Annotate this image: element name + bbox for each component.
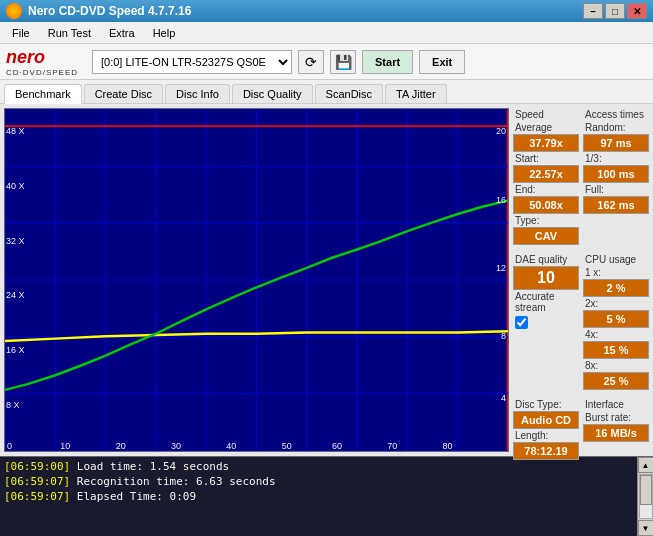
- logo-nero: nero: [6, 47, 45, 68]
- speed-access-row: Speed Average 37.79x Start: 22.57x End: …: [513, 108, 649, 245]
- cpu-2x-value: 5 %: [583, 310, 649, 328]
- disc-value: Audio CD: [513, 411, 579, 429]
- main-area: 0 10 20 30 40 50 60 70 80 48 X 40 X 32 X…: [0, 104, 653, 456]
- y-left-8x: 8 X: [6, 400, 20, 410]
- disc-label: Disc Type:: [513, 398, 579, 411]
- menu-run-test[interactable]: Run Test: [40, 25, 99, 41]
- y-left-40x: 40 X: [6, 181, 25, 191]
- close-button[interactable]: ✕: [627, 3, 647, 19]
- end-label: End:: [513, 183, 579, 196]
- right-panel: Speed Average 37.79x Start: 22.57x End: …: [513, 104, 653, 456]
- y-left-48x: 48 X: [6, 126, 25, 136]
- log-text-2: Elapsed Time: 0:09: [77, 490, 196, 503]
- disc-col: Disc Type: Audio CD Length: 78:12.19: [513, 398, 579, 460]
- tab-disc-quality[interactable]: Disc Quality: [232, 84, 313, 103]
- log-scrollbar: ▲ ▼: [637, 457, 653, 536]
- y-right-20: 20: [496, 126, 506, 136]
- cpu-label: CPU usage: [583, 253, 649, 266]
- access-col: Access times Random: 97 ms 1/3: 100 ms F…: [583, 108, 649, 245]
- tab-ta-jitter[interactable]: TA Jitter: [385, 84, 447, 103]
- cpu-8x-value: 25 %: [583, 372, 649, 390]
- y-right-16: 16: [496, 195, 506, 205]
- drive-select[interactable]: [0:0] LITE-ON LTR-52327S QS0E: [92, 50, 292, 74]
- maximize-button[interactable]: □: [605, 3, 625, 19]
- start-label: Start:: [513, 152, 579, 165]
- y-left-16x: 16 X: [6, 345, 25, 355]
- log-line-0: [06:59:00] Load time: 1.54 seconds: [4, 459, 633, 474]
- save-button[interactable]: 💾: [330, 50, 356, 74]
- tab-disc-info[interactable]: Disc Info: [165, 84, 230, 103]
- x-label-70: 70: [387, 441, 397, 451]
- app-icon: [6, 3, 22, 19]
- x-label-60: 60: [332, 441, 342, 451]
- tab-create-disc[interactable]: Create Disc: [84, 84, 163, 103]
- scroll-thumb[interactable]: [640, 475, 652, 505]
- length-label: Length:: [513, 429, 579, 442]
- log-content: [06:59:00] Load time: 1.54 seconds [06:5…: [0, 457, 637, 536]
- accurate-label: Accurate stream: [513, 290, 579, 314]
- menu-help[interactable]: Help: [145, 25, 184, 41]
- y-right-8: 8: [501, 331, 506, 341]
- x-label-0: 0: [7, 441, 12, 451]
- scroll-track[interactable]: [639, 474, 653, 519]
- interface-col: Interface Burst rate: 16 MB/s: [583, 398, 649, 460]
- x-label-30: 30: [171, 441, 181, 451]
- log-time-2: [06:59:07]: [4, 490, 70, 503]
- one-third-label: 1/3:: [583, 152, 649, 165]
- access-label: Access times: [583, 108, 649, 121]
- menubar: File Run Test Extra Help: [0, 22, 653, 44]
- end-value: 50.08x: [513, 196, 579, 214]
- logo-area: nero CD·DVD/SPEED: [6, 47, 78, 77]
- menu-file[interactable]: File: [4, 25, 38, 41]
- avg-label: Average: [513, 121, 579, 134]
- log-area: [06:59:00] Load time: 1.54 seconds [06:5…: [0, 456, 653, 536]
- log-line-1: [06:59:07] Recognition time: 6.63 second…: [4, 474, 633, 489]
- full-value: 162 ms: [583, 196, 649, 214]
- log-text-1: Recognition time: 6.63 seconds: [77, 475, 276, 488]
- titlebar-controls: – □ ✕: [583, 3, 647, 19]
- log-line-2: [06:59:07] Elapsed Time: 0:09: [4, 489, 633, 504]
- tab-benchmark[interactable]: Benchmark: [4, 84, 82, 104]
- burst-label: Burst rate:: [583, 411, 649, 424]
- refresh-button[interactable]: ⟳: [298, 50, 324, 74]
- cpu-1x-label: 1 x:: [583, 266, 649, 279]
- app-title: Nero CD-DVD Speed 4.7.7.16: [28, 4, 191, 18]
- start-button[interactable]: Start: [362, 50, 413, 74]
- tab-scandisc[interactable]: ScanDisc: [315, 84, 383, 103]
- exit-button[interactable]: Exit: [419, 50, 465, 74]
- cpu-1x-value: 2 %: [583, 279, 649, 297]
- minimize-button[interactable]: –: [583, 3, 603, 19]
- one-third-value: 100 ms: [583, 165, 649, 183]
- cpu-4x-value: 15 %: [583, 341, 649, 359]
- cpu-2x-label: 2x:: [583, 297, 649, 310]
- logo-subtitle: CD·DVD/SPEED: [6, 68, 78, 77]
- accurate-checkbox-row: [513, 314, 579, 331]
- menu-extra[interactable]: Extra: [101, 25, 143, 41]
- x-label-50: 50: [282, 441, 292, 451]
- accurate-checkbox[interactable]: [515, 316, 528, 329]
- random-label: Random:: [583, 121, 649, 134]
- scroll-down-button[interactable]: ▼: [638, 520, 654, 536]
- scroll-up-button[interactable]: ▲: [638, 457, 654, 473]
- x-label-40: 40: [226, 441, 236, 451]
- dae-label: DAE quality: [513, 253, 579, 266]
- random-value: 97 ms: [583, 134, 649, 152]
- cpu-4x-label: 4x:: [583, 328, 649, 341]
- x-label-10: 10: [60, 441, 70, 451]
- type-value: CAV: [513, 227, 579, 245]
- speed-col: Speed Average 37.79x Start: 22.57x End: …: [513, 108, 579, 245]
- titlebar-left: Nero CD-DVD Speed 4.7.7.16: [6, 3, 191, 19]
- y-left-24x: 24 X: [6, 290, 25, 300]
- chart-svg: [5, 109, 508, 451]
- cpu-col: CPU usage 1 x: 2 % 2x: 5 % 4x: 15 % 8x: …: [583, 253, 649, 390]
- type-label: Type:: [513, 214, 579, 227]
- cpu-8x-label: 8x:: [583, 359, 649, 372]
- y-left-32x: 32 X: [6, 236, 25, 246]
- log-text-0: Load time: 1.54 seconds: [77, 460, 229, 473]
- log-time-0: [06:59:00]: [4, 460, 70, 473]
- dae-cpu-row: DAE quality 10 Accurate stream CPU usage…: [513, 253, 649, 390]
- dae-col: DAE quality 10 Accurate stream: [513, 253, 579, 390]
- toolbar: nero CD·DVD/SPEED [0:0] LITE-ON LTR-5232…: [0, 44, 653, 80]
- dae-value: 10: [513, 266, 579, 290]
- speed-label: Speed: [513, 108, 579, 121]
